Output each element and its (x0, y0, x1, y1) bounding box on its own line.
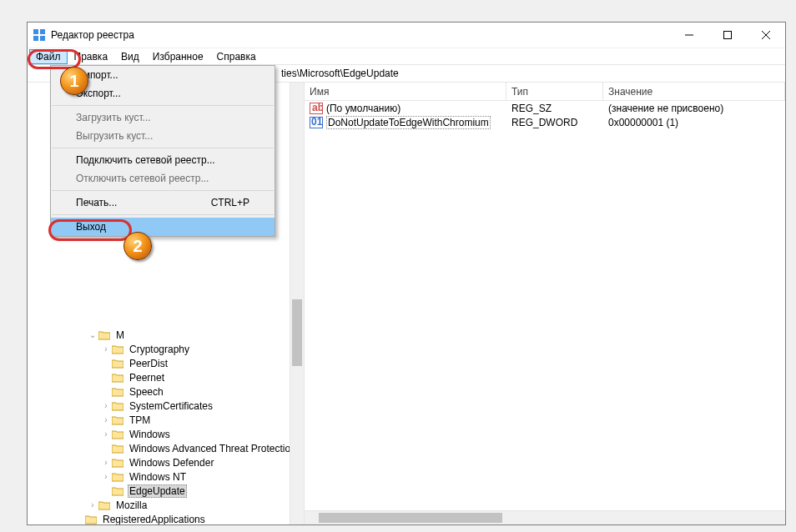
menu-unload-hive: Выгрузить куст... (51, 127, 275, 145)
value-name: (По умолчанию) (326, 103, 401, 114)
value-type: REG_DWORD (506, 117, 603, 128)
menu-disconnect-network: Отключить сетевой реестр... (51, 169, 275, 188)
expand-icon[interactable]: ⌄ (88, 330, 98, 339)
folder-icon (111, 358, 124, 369)
value-name-selected: DoNotUpdateToEdgeWithChromium (326, 116, 491, 129)
expand-icon[interactable]: › (101, 472, 111, 481)
menu-separator (52, 105, 274, 106)
column-headers: Имя Тип Значение (305, 83, 785, 101)
tree-node[interactable]: Speech (128, 386, 165, 398)
folder-icon (111, 372, 124, 384)
app-icon (33, 28, 46, 42)
maximize-button[interactable] (708, 23, 747, 48)
tree-node[interactable]: SystemCertificates (128, 400, 214, 412)
annotation-marker-2: 2 (123, 232, 152, 260)
folder-icon (84, 514, 98, 525)
binary-value-icon: 011 (310, 117, 323, 128)
folder-icon (111, 471, 124, 483)
titlebar: Редактор реестра (28, 23, 785, 48)
menu-favorites[interactable]: Избранное (146, 49, 210, 64)
menubar: Файл Правка Вид Избранное Справка (28, 48, 785, 64)
menu-help[interactable]: Справка (210, 49, 263, 64)
menu-connect-network[interactable]: Подключить сетевой реестр... (51, 151, 275, 169)
horizontal-scrollbar[interactable] (305, 510, 785, 524)
folder-icon (111, 485, 124, 497)
menu-separator (52, 214, 274, 215)
folder-icon (111, 414, 124, 426)
string-value-icon: ab (310, 103, 323, 114)
expand-icon[interactable]: › (88, 500, 98, 509)
folder-icon (111, 400, 124, 412)
scrollbar-thumb[interactable] (292, 299, 302, 366)
menu-separator (52, 148, 274, 148)
svg-rect-5 (724, 32, 732, 39)
col-type[interactable]: Тип (506, 83, 603, 100)
folder-icon (98, 329, 111, 341)
tree-node[interactable]: PeerDist (128, 358, 169, 369)
menu-shortcut: CTRL+P (211, 197, 249, 208)
folder-icon (111, 386, 124, 398)
folder-icon (111, 344, 124, 355)
tree-node[interactable]: Windows Advanced Threat Protection (128, 443, 298, 454)
svg-rect-2 (33, 36, 38, 41)
minimize-button[interactable] (670, 23, 708, 48)
tree-node[interactable]: Windows (128, 429, 172, 440)
value-data: (значение не присвоено) (603, 103, 785, 114)
folder-icon (111, 443, 124, 454)
col-name[interactable]: Имя (305, 83, 506, 100)
folder-icon (111, 457, 124, 469)
value-type: REG_SZ (506, 103, 603, 114)
tree-node[interactable]: Windows Defender (128, 457, 215, 469)
annotation-marker-1: 1 (60, 67, 88, 95)
svg-text:ab: ab (312, 103, 323, 113)
window-controls (670, 23, 785, 48)
tree-node-selected[interactable]: EdgeUpdate (128, 484, 187, 498)
menu-print[interactable]: Печать...CTRL+P (51, 193, 275, 212)
values-pane: Имя Тип Значение ab (По умолчанию) REG_S… (305, 83, 785, 524)
svg-text:011: 011 (311, 117, 323, 128)
tree-node[interactable]: RegisteredApplications (101, 514, 207, 525)
expand-icon[interactable]: › (101, 458, 111, 467)
menu-view[interactable]: Вид (114, 49, 146, 64)
svg-rect-1 (40, 29, 45, 34)
svg-rect-0 (33, 29, 38, 34)
values-list: ab (По умолчанию) REG_SZ (значение не пр… (305, 101, 785, 510)
address-text: ties\Microsoft\EdgeUpdate (281, 68, 399, 79)
expand-icon[interactable]: › (101, 344, 111, 354)
menu-exit[interactable]: Выход (51, 218, 275, 236)
tree-node[interactable]: M (114, 329, 126, 341)
tree-node[interactable]: Mozilla (114, 499, 149, 511)
scrollbar-thumb[interactable] (319, 513, 502, 523)
tree-node[interactable]: Cryptography (128, 344, 191, 355)
tree: ⌄M ›Cryptography PeerDist Peernet Speech… (28, 328, 304, 524)
expand-icon[interactable]: › (101, 415, 111, 424)
expand-icon[interactable]: › (101, 429, 111, 439)
svg-rect-3 (40, 36, 45, 41)
value-row[interactable]: 011 DoNotUpdateToEdgeWithChromium REG_DW… (305, 115, 785, 129)
value-row[interactable]: ab (По умолчанию) REG_SZ (значение не пр… (305, 101, 785, 115)
menu-file[interactable]: Файл (29, 49, 68, 64)
close-button[interactable] (747, 23, 785, 48)
folder-icon (98, 499, 111, 511)
tree-node[interactable]: Windows NT (128, 471, 188, 483)
window-title: Редактор реестра (51, 29, 670, 41)
menu-load-hive: Загрузить куст... (51, 108, 275, 127)
folder-icon (111, 429, 124, 440)
tree-node[interactable]: Peernet (128, 372, 166, 384)
menu-edit[interactable]: Правка (68, 49, 115, 64)
tree-scrollbar[interactable] (290, 83, 304, 524)
value-data: 0x00000001 (1) (603, 117, 785, 128)
expand-icon[interactable]: › (101, 401, 111, 410)
col-data[interactable]: Значение (603, 83, 785, 100)
menu-separator (52, 190, 274, 191)
tree-node[interactable]: TPM (128, 414, 152, 426)
